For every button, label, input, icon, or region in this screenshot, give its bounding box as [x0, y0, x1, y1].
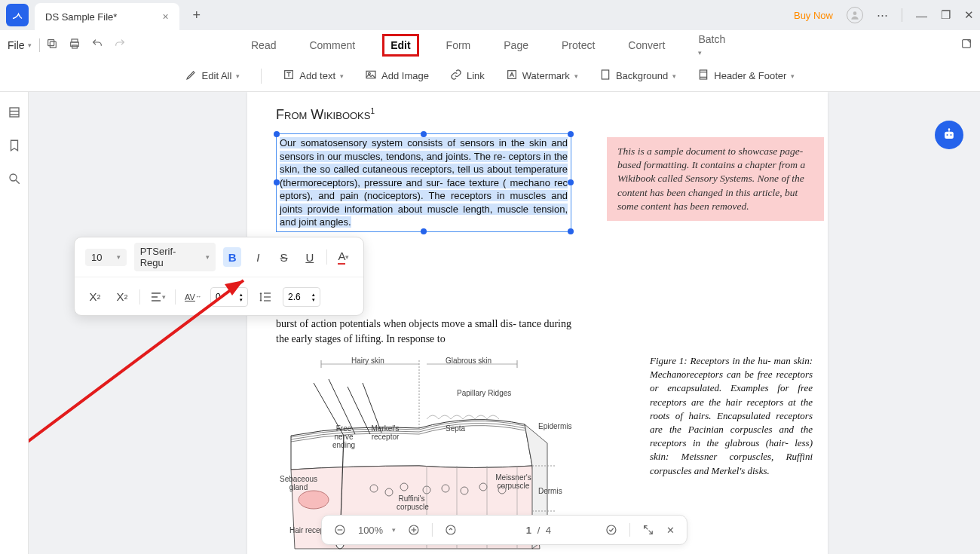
- fullscreen-button[interactable]: [642, 524, 654, 536]
- fit-page-button[interactable]: [445, 524, 457, 536]
- image-icon: [365, 69, 377, 83]
- zoom-level[interactable]: 100% ▾: [358, 525, 396, 536]
- strikethrough-button[interactable]: S: [275, 247, 293, 267]
- zoom-out-button[interactable]: [334, 524, 346, 536]
- add-image-button[interactable]: Add Image: [365, 69, 429, 83]
- divider: [902, 8, 902, 22]
- edit-all-button[interactable]: Edit All▾: [185, 69, 240, 83]
- workspace: From Wikibooks1 Our somatosensory system…: [0, 92, 980, 554]
- align-button[interactable]: ▾: [148, 287, 167, 307]
- font-family-select[interactable]: PTSerif-Regu ▾: [134, 243, 216, 271]
- superscript-button[interactable]: X2: [85, 287, 105, 307]
- resize-handle[interactable]: [274, 179, 280, 185]
- svg-point-62: [951, 134, 952, 136]
- status-bar: 100% ▾ 1 / 4 ✕: [321, 515, 688, 545]
- selected-text[interactable]: Our somatosensory system consists of sen…: [280, 137, 568, 228]
- more-icon[interactable]: ⋯: [877, 8, 888, 22]
- search-icon[interactable]: [8, 172, 21, 188]
- char-spacing-input[interactable]: 0▴▾: [210, 287, 248, 307]
- subscript-button[interactable]: X2: [112, 287, 132, 307]
- maximize-button[interactable]: ❐: [941, 8, 951, 22]
- watermark-icon: [506, 69, 518, 83]
- watermark-button[interactable]: Watermark▾: [506, 69, 578, 83]
- minimize-button[interactable]: —: [916, 9, 927, 22]
- add-text-button[interactable]: Add text▾: [283, 69, 344, 83]
- tab-comment[interactable]: Comment: [303, 36, 361, 54]
- figure-caption: Figure 1: Receptors in the hu- man skin:…: [650, 354, 813, 478]
- bookmark-icon[interactable]: [8, 139, 21, 155]
- page-indicator[interactable]: 1 / 4: [526, 525, 551, 536]
- close-window-button[interactable]: ✕: [964, 8, 974, 22]
- thumbnails-icon[interactable]: [8, 106, 21, 122]
- divider: [175, 289, 176, 305]
- font-color-button[interactable]: A ▾: [335, 247, 353, 267]
- diagram-label: Meissner's corpuscle: [495, 473, 532, 490]
- resize-handle[interactable]: [568, 179, 574, 185]
- selected-text-block[interactable]: Our somatosensory system consists of sen…: [276, 133, 571, 232]
- read-mode-button[interactable]: [605, 524, 617, 536]
- resize-handle[interactable]: [568, 228, 574, 234]
- ai-assistant-button[interactable]: [935, 121, 963, 149]
- undo-icon[interactable]: [91, 38, 103, 53]
- resize-handle[interactable]: [274, 131, 280, 137]
- tab-protect[interactable]: Protect: [556, 36, 601, 54]
- tab-convert[interactable]: Convert: [622, 36, 671, 54]
- svg-line-19: [16, 180, 20, 184]
- tab-form[interactable]: Form: [440, 36, 477, 54]
- user-avatar-icon[interactable]: [847, 7, 863, 23]
- background-icon: [599, 69, 611, 83]
- svg-point-61: [947, 134, 948, 136]
- divider: [432, 523, 433, 537]
- svg-rect-11: [602, 70, 608, 79]
- resize-handle[interactable]: [568, 131, 574, 137]
- underline-button[interactable]: U: [301, 247, 319, 267]
- svg-rect-15: [10, 108, 19, 117]
- italic-button[interactable]: I: [249, 247, 267, 267]
- resize-handle[interactable]: [421, 131, 427, 137]
- menubar: File▾ Read Comment Edit Form Page Protec…: [0, 30, 980, 60]
- document-canvas[interactable]: From Wikibooks1 Our somatosensory system…: [29, 92, 980, 554]
- close-statusbar-button[interactable]: ✕: [666, 525, 675, 536]
- svg-rect-1: [50, 41, 56, 47]
- svg-point-58: [446, 525, 455, 534]
- line-spacing-icon: [256, 287, 275, 307]
- tab-read[interactable]: Read: [245, 36, 282, 54]
- background-button[interactable]: Background▾: [599, 69, 676, 83]
- diagram-label: Ruffini's corpuscle: [397, 494, 427, 511]
- print-icon[interactable]: [69, 38, 81, 53]
- add-tab-button[interactable]: +: [193, 8, 201, 23]
- tab-page[interactable]: Page: [498, 36, 534, 54]
- font-size-select[interactable]: 10 ▾: [85, 249, 127, 266]
- tab-edit[interactable]: Edit: [382, 34, 418, 57]
- header-footer-button[interactable]: Header & Footer▾: [697, 69, 795, 83]
- file-menu[interactable]: File▾: [8, 39, 32, 51]
- svg-point-32: [299, 491, 329, 509]
- line-spacing-input[interactable]: 2.6▴▾: [283, 287, 320, 307]
- close-tab-icon[interactable]: ×: [162, 11, 168, 23]
- tab-title: DS Sample File*: [45, 11, 117, 23]
- svg-rect-12: [700, 70, 707, 79]
- titlebar: DS Sample File* × + Buy Now ⋯ — ❐ ✕: [0, 0, 980, 30]
- diagram-label: Sebaceous gland: [280, 475, 317, 491]
- page-heading: From Wikibooks1: [276, 107, 799, 123]
- copy-icon[interactable]: [46, 38, 58, 53]
- link-button[interactable]: Link: [450, 69, 485, 83]
- buy-now-link[interactable]: Buy Now: [794, 10, 833, 21]
- diagram-label: Free nerve ending: [329, 424, 359, 449]
- link-icon: [450, 69, 462, 83]
- redo-icon[interactable]: [114, 38, 126, 53]
- zoom-in-button[interactable]: [408, 524, 420, 536]
- left-sidebar: [0, 92, 29, 554]
- share-icon[interactable]: [960, 38, 972, 53]
- header-footer-icon: [697, 69, 709, 83]
- edit-toolbar: Edit All▾ Add text▾ Add Image Link Water…: [0, 60, 980, 92]
- tab-batch[interactable]: Batch ▾: [692, 30, 735, 60]
- svg-rect-60: [945, 132, 954, 139]
- resize-handle[interactable]: [421, 228, 427, 234]
- diagram-label: Papillary Ridges: [457, 389, 511, 397]
- svg-point-59: [607, 525, 616, 534]
- document-tab[interactable]: DS Sample File* ×: [35, 3, 179, 30]
- svg-point-18: [10, 174, 17, 181]
- bold-button[interactable]: B: [223, 247, 241, 267]
- text-icon: [283, 69, 295, 83]
